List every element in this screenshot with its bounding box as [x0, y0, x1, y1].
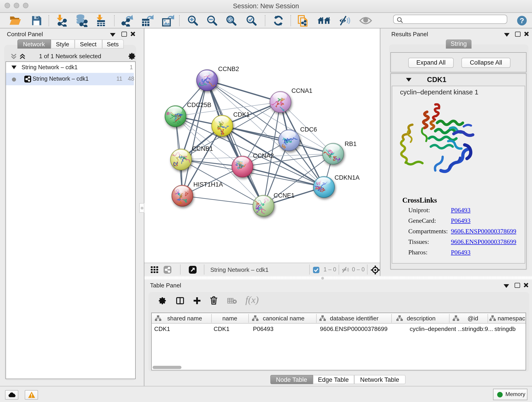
- svg-text:CCNB2: CCNB2: [218, 65, 239, 72]
- svg-text:CCNA1: CCNA1: [291, 87, 312, 94]
- svg-text:CDC6: CDC6: [300, 126, 317, 133]
- svg-text:CDK1: CDK1: [233, 111, 250, 118]
- svg-text:CCNB1: CCNB1: [192, 145, 213, 152]
- svg-text:CCNA2: CCNA2: [253, 153, 274, 159]
- svg-text:CDC25B: CDC25B: [187, 102, 211, 108]
- svg-text:CDKN1A: CDKN1A: [335, 174, 360, 181]
- svg-text:CCNE1: CCNE1: [273, 192, 295, 199]
- svg-text:RB1: RB1: [345, 140, 357, 147]
- svg-text:?: ?: [520, 17, 524, 25]
- svg-text:HIST1H1A: HIST1H1A: [193, 181, 223, 188]
